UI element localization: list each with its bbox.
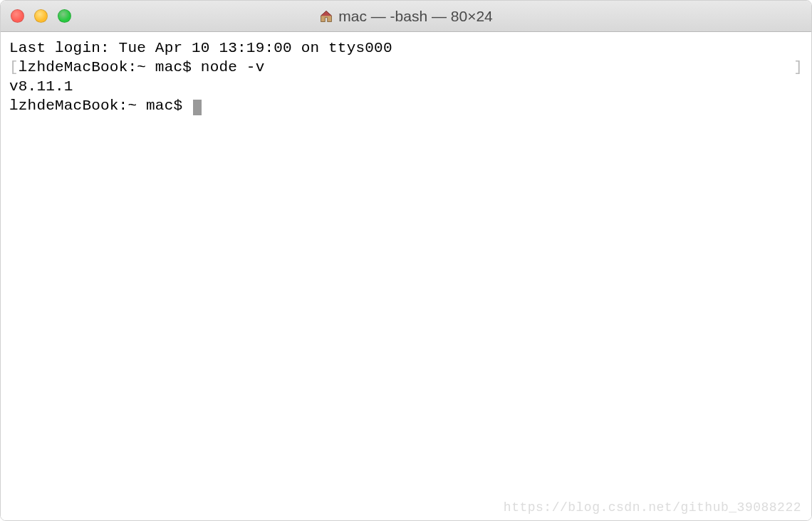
output-line-1: v8.11.1 (9, 78, 803, 97)
titlebar[interactable]: mac — -bash — 80×24 (1, 1, 811, 32)
watermark: https://blog.csdn.net/github_39088222 (504, 500, 801, 516)
traffic-lights (11, 9, 71, 23)
terminal-content[interactable]: Last login: Tue Apr 10 13:19:00 on ttys0… (1, 32, 811, 520)
cursor (193, 100, 202, 115)
terminal-window: mac — -bash — 80×24 Last login: Tue Apr … (0, 0, 812, 521)
window-title: mac — -bash — 80×24 (338, 8, 493, 25)
minimize-button[interactable] (34, 9, 48, 23)
prompt-2: lzhdeMacBook:~ mac$ (9, 97, 192, 116)
close-button[interactable] (11, 9, 24, 23)
bracket-left: [ (9, 58, 19, 78)
bracket-right: ] (793, 58, 803, 78)
home-icon (319, 9, 333, 23)
window-title-area: mac — -bash — 80×24 (1, 8, 811, 25)
prompt-line-1: [lzhdeMacBook:~ mac$ node -v] (9, 58, 803, 78)
prompt-1: lzhdeMacBook:~ mac$ (19, 59, 201, 75)
prompt-line-2: lzhdeMacBook:~ mac$ (9, 97, 803, 116)
command-1: node -v (201, 59, 265, 75)
maximize-button[interactable] (58, 9, 71, 23)
last-login-line: Last login: Tue Apr 10 13:19:00 on ttys0… (9, 39, 803, 58)
